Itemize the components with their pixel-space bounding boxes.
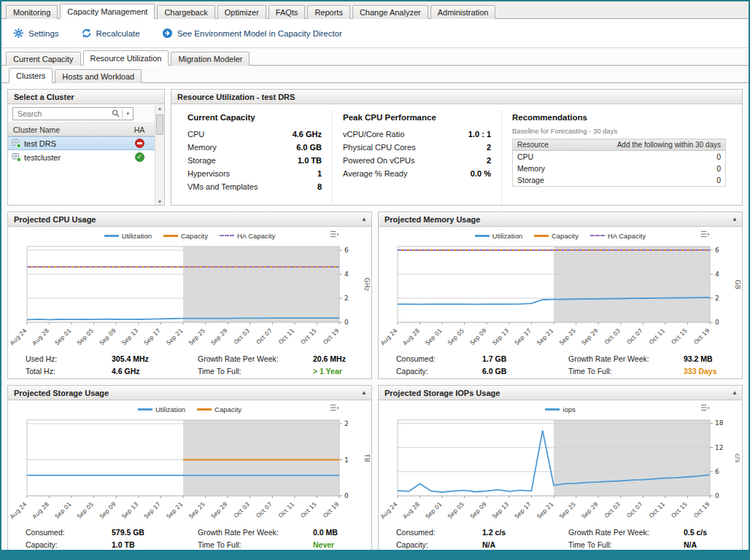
svg-text:Sep 25: Sep 25 (558, 327, 577, 346)
search-box: ▾ (12, 107, 134, 120)
recommendations-table: Resource Add the following within 30 day… (512, 139, 726, 187)
svg-text:Oct 15: Oct 15 (670, 501, 689, 519)
chevron-down-icon[interactable]: ▾ (125, 111, 131, 117)
stat-label: Consumed: (396, 354, 482, 363)
tab-change-analyzer[interactable]: Change Analyzer (352, 5, 428, 19)
info-label: Physical CPU Cores (343, 143, 416, 152)
cluster-icon (12, 152, 22, 162)
collapse-icon[interactable]: ▲ (732, 389, 738, 396)
chart-canvas: 012TBAug 24Aug 28Sep 01Sep 05Sep 09Sep 1… (8, 416, 370, 525)
info-row: vCPU/Core Ratio1.0 : 1 (343, 130, 491, 139)
subtab-migration-modeler[interactable]: Migration Modeler (171, 52, 250, 66)
panel-projected-storage-usage: Projected Storage Usage▲UtilizationCapac… (7, 385, 372, 550)
chart-options-icon[interactable] (700, 230, 710, 238)
tab-administration[interactable]: Administration (430, 5, 496, 19)
collapse-icon[interactable]: ▲ (361, 389, 367, 396)
legend-swatch (475, 235, 490, 237)
stat-label: Capacity: (396, 540, 482, 549)
tab-optimizer[interactable]: Optimizer (217, 5, 266, 19)
tab-faqts[interactable]: FAQts (268, 5, 306, 19)
cluster-list: test DRStestcluster✓ (8, 136, 164, 164)
svg-text:c/s: c/s (734, 454, 741, 463)
subtab-resource-utilization[interactable]: Resource Utilization (83, 50, 169, 66)
svg-text:Sep 01: Sep 01 (53, 327, 72, 346)
rec-value: 0 (568, 151, 725, 163)
legend-item-capacity: Capacity (534, 232, 579, 240)
panel-title: Projected Memory Usage (384, 215, 480, 224)
gear-icon (13, 28, 24, 39)
svg-text:Oct 03: Oct 03 (603, 501, 622, 519)
forecast-region (554, 420, 710, 496)
rec-row: CPU0 (513, 151, 726, 163)
tab-chargeback[interactable]: Chargeback (157, 5, 214, 19)
stat-label: Growth Rate Per Week: (198, 528, 313, 537)
chart-legend: iops (379, 402, 742, 416)
stat-label: Consumed: (396, 528, 482, 537)
collapse-icon[interactable]: ▲ (732, 216, 738, 222)
cluster-row-test-drs[interactable]: test DRS (8, 136, 164, 150)
svg-text:Aug 24: Aug 24 (379, 501, 398, 520)
app-window: MonitoringCapacity ManagementChargebackO… (0, 0, 750, 560)
recalculate-button[interactable]: Recalculate (81, 28, 140, 39)
svg-text:Sep 13: Sep 13 (491, 327, 510, 346)
chart-options-icon[interactable] (700, 403, 710, 412)
ha-cell (126, 139, 152, 148)
chart-stats: Consumed:1.7 GBGrowth Rate Per Week:93.2… (379, 353, 742, 376)
stat-label: Capacity: (26, 540, 112, 549)
scroll-down-icon[interactable]: ▼ (158, 199, 163, 204)
chart-options-icon[interactable] (330, 230, 339, 238)
legend-item-ha-capacity: HA Capacity (590, 232, 646, 240)
collapse-icon[interactable]: ▲ (361, 216, 367, 222)
scroll-up-icon[interactable]: ▲ (158, 106, 163, 111)
panel-header: Projected Storage IOPs Usage▲ (379, 386, 742, 400)
environment-model-link[interactable]: See Environment Model in Capacity Direct… (162, 28, 342, 39)
tab-capacity-management[interactable]: Capacity Management (60, 4, 155, 19)
stat-value: 0.0 MB (313, 528, 366, 537)
forecast-region (183, 246, 339, 322)
search-input[interactable] (16, 109, 112, 119)
section-title: Recommendations (512, 113, 726, 122)
search-icon[interactable] (112, 109, 120, 117)
chart-canvas: 0246GHzAug 24Aug 28Sep 01Sep 05Sep 09Sep… (8, 242, 370, 351)
tab-monitoring[interactable]: Monitoring (6, 5, 58, 19)
svg-text:Sep 01: Sep 01 (424, 327, 443, 346)
rec-value: 0 (568, 174, 725, 187)
settings-button[interactable]: Settings (13, 28, 59, 39)
svg-text:Aug 28: Aug 28 (402, 501, 421, 520)
svg-text:Sep 09: Sep 09 (98, 501, 117, 520)
legend-swatch (138, 408, 152, 411)
tab-reports[interactable]: Reports (307, 5, 350, 19)
chart-options-icon[interactable] (330, 403, 339, 412)
stat-value: 4.6 GHz (112, 367, 198, 376)
legend-item-ha-capacity: HA Capacity (220, 232, 275, 240)
recommendations-section: Recommendations Baseline for Forecasting… (501, 110, 736, 205)
info-label: Memory (188, 143, 217, 152)
innertab-hosts-and-workload[interactable]: Hosts and Workload (55, 69, 142, 83)
svg-text:2: 2 (715, 295, 719, 302)
innertab-clusters[interactable]: Clusters (9, 68, 53, 83)
forecast-region (554, 246, 710, 322)
svg-text:Sep 29: Sep 29 (209, 501, 228, 520)
scrollbar[interactable]: ▲ ▼ (155, 105, 164, 205)
panel-title: Projected Storage Usage (14, 389, 109, 397)
info-row: Storage1.0 TB (188, 156, 322, 165)
subtab-current-capacity[interactable]: Current Capacity (6, 52, 81, 66)
cluster-row-testcluster[interactable]: testcluster✓ (8, 150, 164, 164)
recalculate-label: Recalculate (96, 29, 140, 38)
info-row: CPU4.6 GHz (188, 130, 322, 139)
svg-text:Sep 13: Sep 13 (120, 501, 139, 520)
svg-text:0: 0 (344, 492, 349, 499)
stat-value: > 1 Year (313, 367, 366, 376)
svg-text:Sep 21: Sep 21 (536, 327, 554, 346)
panel-title: Select a Cluster (14, 93, 74, 101)
info-columns: Current Capacity CPU4.6 GHzMemory6.0 GBS… (171, 104, 742, 205)
svg-text:Oct 19: Oct 19 (692, 327, 711, 346)
scrollbar-thumb[interactable] (156, 114, 163, 135)
svg-text:Oct 03: Oct 03 (233, 501, 251, 519)
info-label: Powered On vCPUs (343, 156, 414, 165)
svg-text:Sep 13: Sep 13 (120, 327, 139, 346)
column-ha: HA (126, 125, 152, 134)
svg-text:Oct 11: Oct 11 (277, 327, 295, 346)
legend-item-utilization: Utilization (138, 405, 185, 413)
stat-label: Growth Rate Per Week: (568, 354, 684, 363)
